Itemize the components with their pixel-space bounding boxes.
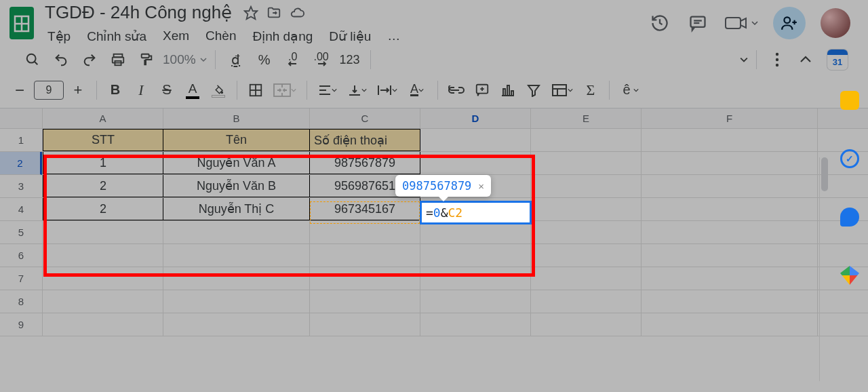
more-format-dropdown[interactable] <box>740 56 748 64</box>
merge-cells-button[interactable] <box>270 79 300 102</box>
table-view-button[interactable] <box>548 79 576 102</box>
paint-format-icon[interactable] <box>134 47 159 72</box>
cell[interactable] <box>531 152 642 174</box>
row-header[interactable]: 2 <box>0 152 42 175</box>
link-button[interactable] <box>445 79 468 102</box>
fill-color-button[interactable] <box>207 79 230 102</box>
vertical-scrollbar[interactable] <box>819 157 829 381</box>
cell[interactable]: Nguyễn Văn A <box>163 152 310 174</box>
cell[interactable] <box>642 175 818 197</box>
font-size-input[interactable]: 9 <box>34 81 64 100</box>
cell[interactable] <box>642 129 818 151</box>
cell[interactable]: 967345167 <box>310 198 420 220</box>
cell[interactable] <box>420 152 531 174</box>
decrease-decimal-button[interactable]: .0 <box>281 47 305 72</box>
keep-icon[interactable] <box>840 91 859 110</box>
cell-header[interactable]: Số điện thoại <box>310 129 420 151</box>
undo-icon[interactable] <box>49 47 73 72</box>
col-header[interactable]: C <box>310 109 420 128</box>
sheets-logo[interactable] <box>8 5 35 41</box>
row-header[interactable]: 3 <box>0 175 42 198</box>
cell[interactable] <box>531 129 642 151</box>
account-avatar[interactable] <box>821 8 850 38</box>
cell[interactable] <box>420 129 531 151</box>
percent-button[interactable]: % <box>252 47 277 72</box>
select-all-corner[interactable] <box>0 109 42 129</box>
menu-insert[interactable]: Chèn <box>199 27 243 45</box>
italic-button[interactable]: I <box>130 79 153 102</box>
row-header[interactable]: 6 <box>0 244 42 267</box>
currency-button[interactable]: ₫ <box>224 47 248 72</box>
row-header[interactable]: 7 <box>0 267 42 290</box>
chart-button[interactable] <box>496 79 519 102</box>
cell[interactable]: 2 <box>43 175 163 197</box>
cell[interactable] <box>642 198 818 220</box>
svg-rect-8 <box>726 18 741 28</box>
cell-header[interactable]: Tên <box>163 129 310 151</box>
print-icon[interactable] <box>106 47 130 72</box>
vietnamese-input-button[interactable]: ê <box>616 79 645 102</box>
cell[interactable]: 987567879 <box>310 152 420 174</box>
number-format-button[interactable]: 123 <box>338 47 362 72</box>
col-header[interactable]: E <box>531 109 642 128</box>
document-title[interactable]: TGDĐ - 24h Công nghệ <box>41 1 236 24</box>
star-icon[interactable] <box>243 5 259 21</box>
tasks-icon[interactable] <box>840 149 859 168</box>
meet-icon[interactable] <box>724 12 758 35</box>
row-header[interactable]: 4 <box>0 198 42 221</box>
col-header[interactable]: A <box>43 109 163 128</box>
menu-file[interactable]: Tệp <box>41 27 77 45</box>
menu-data[interactable]: Dữ liệu <box>322 27 378 45</box>
share-button[interactable] <box>773 7 806 39</box>
contacts-icon[interactable] <box>840 208 859 227</box>
text-color-button[interactable]: A <box>181 79 204 102</box>
col-header[interactable]: B <box>163 109 310 128</box>
rotate-button[interactable]: A <box>403 79 431 102</box>
cell[interactable]: 1 <box>43 152 163 174</box>
strikethrough-button[interactable]: S <box>155 79 178 102</box>
cell[interactable]: 2 <box>43 198 163 220</box>
maps-icon[interactable] <box>840 266 859 285</box>
font-size-increase[interactable]: + <box>66 79 90 102</box>
increase-decimal-button[interactable]: .00 <box>309 47 334 72</box>
cell-header[interactable]: STT <box>43 129 163 151</box>
active-cell-D2[interactable]: =0&C2 <box>420 201 532 224</box>
menu-more[interactable]: … <box>380 27 408 45</box>
comments-icon[interactable] <box>686 12 709 35</box>
comment-button[interactable] <box>471 79 494 102</box>
col-header[interactable]: D <box>420 109 531 128</box>
bold-button[interactable]: B <box>104 79 127 102</box>
zoom-dropdown[interactable]: 100% <box>163 52 207 67</box>
svg-point-19 <box>776 53 778 56</box>
svg-rect-5 <box>691 17 705 27</box>
cloud-status-icon[interactable] <box>289 5 305 21</box>
menu-edit[interactable]: Chỉnh sửa <box>80 27 153 45</box>
cell[interactable] <box>531 198 642 220</box>
cell[interactable]: Nguyễn Thị C <box>163 198 310 220</box>
h-align-button[interactable] <box>314 79 341 102</box>
row-header[interactable]: 1 <box>0 129 42 152</box>
borders-button[interactable] <box>244 79 267 102</box>
row-header[interactable]: 8 <box>0 290 42 313</box>
history-icon[interactable] <box>648 12 671 35</box>
tooltip-close-icon[interactable]: × <box>478 180 484 192</box>
cell[interactable] <box>531 175 642 197</box>
collapse-toolbar-icon[interactable] <box>793 47 818 72</box>
menu-view[interactable]: Xem <box>156 27 196 45</box>
cell[interactable]: Nguyễn Văn B <box>163 175 310 197</box>
move-icon[interactable] <box>266 5 282 21</box>
redo-icon[interactable] <box>77 47 102 72</box>
calendar-sidebar-icon[interactable]: 31 <box>827 50 848 70</box>
menu-format[interactable]: Định dạng <box>245 27 319 45</box>
functions-button[interactable]: Σ <box>579 79 602 102</box>
search-icon[interactable] <box>20 47 45 72</box>
row-header[interactable]: 5 <box>0 221 42 244</box>
filter-button[interactable] <box>522 79 545 102</box>
font-size-decrease[interactable]: − <box>8 79 31 102</box>
wrap-button[interactable] <box>374 79 401 102</box>
row-header[interactable]: 9 <box>0 313 42 336</box>
more-vert-icon[interactable] <box>765 47 789 72</box>
v-align-button[interactable] <box>344 79 371 102</box>
col-header[interactable]: F <box>642 109 818 128</box>
cell[interactable] <box>642 152 818 174</box>
